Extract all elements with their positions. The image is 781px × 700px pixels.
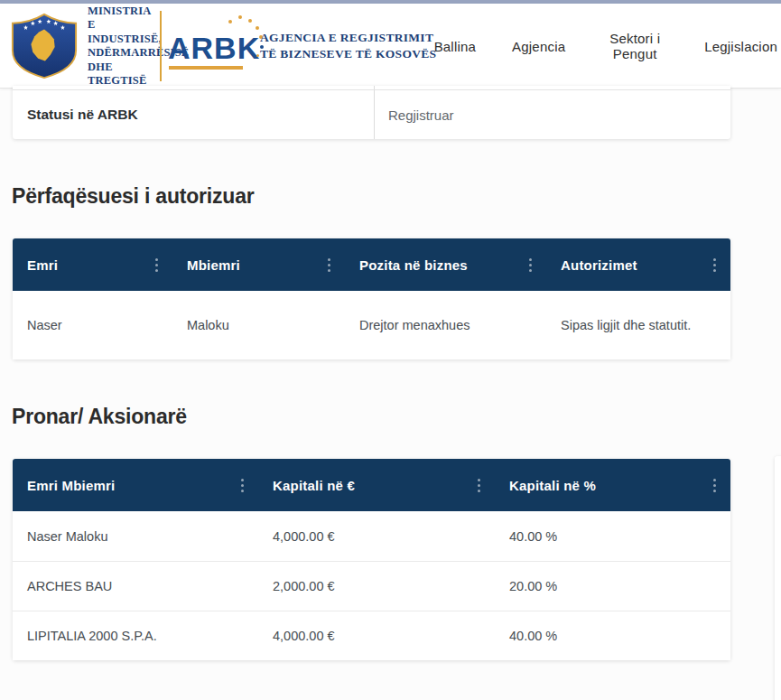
- cell-mbiemri: Maloku: [172, 291, 345, 359]
- cell-owner-name: LIPITALIA 2000 S.P.A.: [13, 611, 258, 660]
- column-menu-icon[interactable]: [239, 475, 246, 496]
- column-header-emri-mbiemri[interactable]: Emri Mbiemri: [13, 459, 258, 511]
- column-menu-icon[interactable]: [326, 255, 332, 275]
- nav-item-ballina[interactable]: Ballina: [434, 39, 476, 54]
- column-menu-icon[interactable]: [476, 475, 482, 496]
- owners-shareholders-table: Emri Mbiemri Kapitali në € Kapitali në %…: [13, 459, 730, 660]
- column-header-kapitali-percent[interactable]: Kapitali në %: [495, 459, 730, 511]
- cell-pozita: Drejtor menaxhues: [345, 291, 546, 359]
- ministry-wordmark: MINISTRIA E INDUSTRISË, NDËRMARRËSISË DH…: [88, 5, 160, 89]
- ministry-line: MINISTRIA E: [88, 5, 160, 33]
- cell-capital-percent: 40.00 %: [495, 611, 730, 660]
- column-menu-icon[interactable]: [153, 255, 160, 275]
- cell-capital-euro: 4,000.00 €: [258, 611, 495, 660]
- column-header-kapitali-euro[interactable]: Kapitali në €: [258, 459, 495, 511]
- cell-capital-percent: 40.00 %: [495, 511, 730, 561]
- nav-item-sektori-i-pengut[interactable]: Sektori i Pengut: [601, 31, 668, 62]
- column-header-label: Mbiemri: [187, 257, 240, 273]
- nav-item-agjencia[interactable]: Agjencia: [512, 39, 565, 54]
- agency-line: AGJENCIA E REGJISTRIMIT: [260, 30, 436, 46]
- cell-capital-percent: 20.00 %: [495, 562, 730, 611]
- cell-emri: Naser: [13, 291, 172, 359]
- column-header-pozita[interactable]: Pozita në biznes: [345, 238, 546, 291]
- column-header-autorizimet[interactable]: Autorizimet: [546, 238, 730, 291]
- agency-wordmark: AGJENCIA E REGJISTRIMIT TË BIZNESEVE TË …: [260, 4, 436, 89]
- column-menu-icon[interactable]: [711, 475, 718, 496]
- logo-divider: [160, 11, 162, 81]
- column-header-mbiemri[interactable]: Mbiemri: [172, 238, 345, 291]
- table-row: ARCHES BAU 2,000.00 € 20.00 %: [13, 561, 730, 611]
- cell-owner-name: Naser Maloku: [13, 511, 258, 561]
- column-header-label: Emri Mbiemri: [27, 478, 115, 493]
- arbk-underline: [169, 66, 243, 70]
- cutoff-card-right-edge: [775, 456, 781, 700]
- column-header-emri[interactable]: Emri: [13, 238, 172, 291]
- table-header-row: Emri Mbiemri Pozita në biznes Autorizime…: [13, 238, 730, 291]
- column-header-label: Kapitali në €: [273, 478, 355, 493]
- cell-owner-name: ARCHES BAU: [13, 562, 258, 611]
- column-header-label: Kapitali në %: [509, 478, 596, 493]
- kosovo-shield-icon: [9, 12, 79, 80]
- column-header-label: Autorizimet: [561, 257, 637, 273]
- status-value: Regjistruar: [388, 90, 454, 139]
- site-header: MINISTRIA E INDUSTRISË, NDËRMARRËSISË DH…: [0, 4, 781, 89]
- cell-capital-euro: 4,000.00 €: [258, 511, 495, 561]
- ministry-line: INDUSTRISË,: [88, 33, 160, 47]
- column-header-label: Emri: [27, 257, 58, 273]
- cell-capital-euro: 2,000.00 €: [258, 562, 495, 611]
- table-row: Naser Maloku 4,000.00 € 40.00 %: [13, 511, 730, 561]
- column-header-label: Pozita në biznes: [359, 257, 468, 273]
- column-menu-icon[interactable]: [527, 255, 534, 275]
- main-nav: Ballina Agjencia Sektori i Pengut Legjis…: [434, 4, 779, 89]
- section-title-authorized-representative: Përfaqësuesi i autorizuar: [12, 184, 255, 209]
- table-header-row: Emri Mbiemri Kapitali në € Kapitali në %: [13, 459, 730, 511]
- column-menu-icon[interactable]: [711, 255, 718, 275]
- status-card: Statusi në ARBK Regjistruar: [13, 86, 730, 139]
- ministry-line: DHE TREGTISË: [88, 61, 160, 89]
- status-label: Statusi në ARBK: [27, 90, 138, 139]
- ministry-logo-link[interactable]: MINISTRIA E INDUSTRISË, NDËRMARRËSISË DH…: [9, 4, 160, 89]
- nav-item-legjislacion[interactable]: Legjislacion: [704, 39, 777, 54]
- cell-autorizimet: Sipas ligjit dhe statutit.: [546, 291, 730, 359]
- status-column-divider: [374, 86, 375, 139]
- ministry-line: NDËRMARRËSISË: [88, 46, 160, 61]
- table-row: LIPITALIA 2000 S.P.A. 4,000.00 € 40.00 %: [13, 611, 730, 660]
- authorized-representative-table: Emri Mbiemri Pozita në biznes Autorizime…: [13, 238, 730, 359]
- agency-line: TË BIZNESEVE TË KOSOVËS: [260, 46, 436, 62]
- section-title-owners-shareholders: Pronar/ Aksionarë: [12, 405, 187, 429]
- table-row: Naser Maloku Drejtor menaxhues Sipas lig…: [13, 291, 730, 359]
